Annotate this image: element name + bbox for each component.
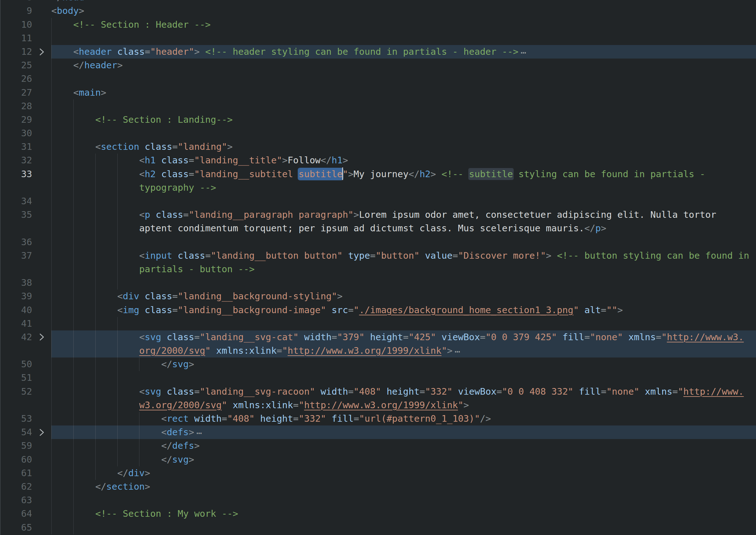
line-number[interactable]: 50 <box>1 357 32 371</box>
tag-token: p <box>145 209 150 220</box>
code-text[interactable]: <!-- Section : Header --> <box>51 18 756 32</box>
line-number[interactable]: 28 <box>1 99 32 113</box>
line-number[interactable]: 26 <box>1 72 32 86</box>
code-text[interactable]: w3.org/2000/svg" xmlns:xlink="http://www… <box>51 398 756 412</box>
gutter-spacer <box>32 194 51 208</box>
code-text[interactable] <box>51 194 756 208</box>
tag-token: h2 <box>420 169 431 180</box>
code-token: </ <box>584 223 596 234</box>
code-text[interactable] <box>51 317 756 330</box>
line-number[interactable]: 32 <box>1 154 32 167</box>
line-number[interactable]: 59 <box>1 439 32 453</box>
string-token: "landing" <box>178 141 227 152</box>
code-text[interactable]: </svg> <box>51 357 756 371</box>
line-number[interactable]: 65 <box>1 521 32 534</box>
code-text[interactable]: <svg class="landing__svg-racoon" width="… <box>51 385 756 398</box>
code-text[interactable]: <defs>… <box>51 426 756 439</box>
text-token <box>453 386 458 397</box>
code-text[interactable]: </svg> <box>51 453 756 466</box>
line-number[interactable]: 42 <box>1 330 32 344</box>
code-text[interactable] <box>51 32 756 45</box>
line-number[interactable] <box>1 344 32 357</box>
code-text[interactable]: </div> <box>51 466 756 480</box>
line-number[interactable]: 64 <box>1 507 32 521</box>
line-number[interactable] <box>1 181 32 194</box>
fold-toggle[interactable] <box>32 45 51 59</box>
line-number[interactable] <box>1 263 32 276</box>
fold-toggle[interactable] <box>32 330 51 344</box>
code-text[interactable]: </section> <box>51 480 756 493</box>
code-text[interactable]: <input class="landing__button button" ty… <box>51 249 756 263</box>
line-number[interactable]: 34 <box>1 194 32 208</box>
code-text[interactable] <box>51 99 756 113</box>
line-number[interactable]: 12 <box>1 45 32 59</box>
code-text[interactable]: typography --> <box>51 181 756 194</box>
code-text[interactable] <box>51 493 756 507</box>
line-number[interactable]: 11 <box>1 32 32 45</box>
line-number[interactable]: 61 <box>1 466 32 480</box>
code-text[interactable]: aptent condimentum torquent; per ipsum a… <box>51 222 756 235</box>
line-number[interactable]: 54 <box>1 426 32 439</box>
occurrence-highlight: subtitle <box>469 169 513 180</box>
line-number[interactable]: 31 <box>1 140 32 154</box>
code-text[interactable] <box>51 72 756 86</box>
line-number[interactable]: 52 <box>1 385 32 398</box>
code-text[interactable]: <main> <box>51 86 756 99</box>
code-text[interactable] <box>51 371 756 384</box>
line-number[interactable]: 37 <box>1 249 32 263</box>
line-number[interactable]: 27 <box>1 86 32 99</box>
code-text[interactable]: partials - button --> <box>51 263 756 276</box>
line-number[interactable]: 35 <box>1 208 32 222</box>
line-number[interactable]: 41 <box>1 317 32 330</box>
line-number[interactable]: 40 <box>1 303 32 317</box>
line-number[interactable]: 8 <box>1 0 32 4</box>
code-text[interactable]: <h2 class="landing__subtitel subtitle">M… <box>51 167 756 181</box>
code-line-59: 59</defs> <box>1 439 756 453</box>
line-number[interactable]: 39 <box>1 290 32 303</box>
code-text[interactable]: <rect width="408" height="332" fill="url… <box>51 412 756 426</box>
code-text[interactable]: <img class="landing__background-image" s… <box>51 303 756 317</box>
string-token: " <box>353 305 359 315</box>
tag-token: svg <box>145 332 161 342</box>
line-number[interactable]: 63 <box>1 493 32 507</box>
code-text[interactable]: <!-- Section : Landing--> <box>51 113 756 127</box>
line-number[interactable]: 29 <box>1 113 32 127</box>
code-text[interactable]: org/2000/svg" xmlns:xlink="http://www.w3… <box>51 344 756 357</box>
code-text[interactable]: </defs> <box>51 439 756 453</box>
code-text[interactable]: <body> <box>51 4 756 17</box>
line-number[interactable]: 30 <box>1 127 32 140</box>
line-number[interactable]: 25 <box>1 59 32 72</box>
fold-ellipsis[interactable]: … <box>520 45 526 56</box>
code-token: > <box>463 400 469 410</box>
code-text[interactable]: <header class="header"> <!-- header styl… <box>51 45 756 59</box>
fold-toggle[interactable] <box>32 426 51 439</box>
code-text[interactable]: <h1 class="landing__title">Follow</h1> <box>51 154 756 167</box>
code-text[interactable]: </header> <box>51 59 756 72</box>
line-number[interactable] <box>1 398 32 412</box>
code-text[interactable] <box>51 236 756 249</box>
attribute-token: type <box>348 250 370 261</box>
code-text[interactable] <box>51 127 756 140</box>
code-text[interactable]: <svg class="landing__svg-cat" width="379… <box>51 330 756 344</box>
string-token: "none" <box>590 332 623 342</box>
line-number[interactable]: 9 <box>1 4 32 17</box>
line-number[interactable] <box>1 222 32 235</box>
code-text[interactable]: <!-- Section : My work --> <box>51 507 756 521</box>
fold-ellipsis[interactable]: … <box>455 344 460 355</box>
code-text[interactable] <box>51 521 756 534</box>
code-text[interactable]: <section class="landing"> <box>51 140 756 154</box>
code-text[interactable] <box>51 276 756 290</box>
code-line-40: 40<img class="landing__background-image"… <box>1 303 756 317</box>
fold-ellipsis[interactable]: … <box>196 426 201 436</box>
line-number[interactable]: 53 <box>1 412 32 426</box>
code-text[interactable]: <div class="landing__background-styling"… <box>51 290 756 303</box>
line-number[interactable]: 51 <box>1 371 32 384</box>
line-number[interactable]: 38 <box>1 276 32 290</box>
line-number[interactable]: 33 <box>1 167 32 181</box>
line-number[interactable]: 10 <box>1 18 32 32</box>
code-text[interactable]: <p class="landing__paragraph paragraph">… <box>51 208 756 222</box>
line-number[interactable]: 36 <box>1 236 32 249</box>
code-text[interactable]: </head> <box>51 0 756 4</box>
line-number[interactable]: 60 <box>1 453 32 466</box>
line-number[interactable]: 62 <box>1 480 32 493</box>
